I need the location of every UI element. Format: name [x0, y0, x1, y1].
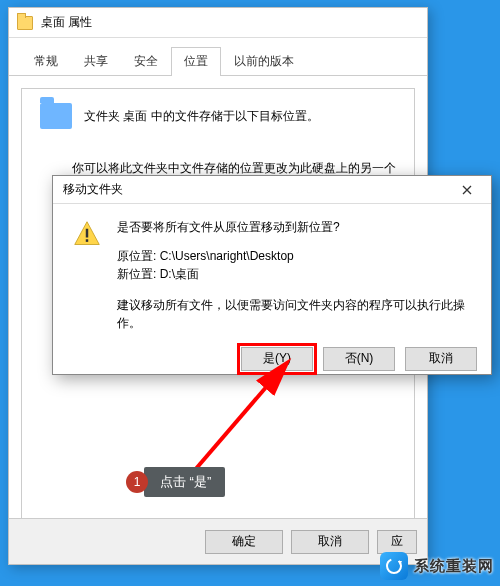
warning-icon [73, 220, 101, 248]
watermark-text: 系统重装网 [414, 557, 494, 576]
old-location: 原位置: C:\Users\naright\Desktop [117, 247, 471, 266]
folder-icon [17, 16, 33, 30]
tabs: 常规 共享 安全 位置 以前的版本 [9, 38, 427, 76]
watermark-logo-icon [380, 552, 408, 580]
dialog-advice: 建议移动所有文件，以便需要访问文件夹内容的程序可以执行此操作。 [117, 296, 471, 333]
move-folder-dialog: 移动文件夹 是否要将所有文件从原位置移动到新位置? 原位置: C:\Users\… [52, 175, 492, 375]
tab-location[interactable]: 位置 [171, 47, 221, 76]
folder-large-icon [40, 103, 72, 129]
properties-titlebar: 桌面 属性 [9, 8, 427, 38]
tab-general[interactable]: 常规 [21, 47, 71, 76]
annotation-number: 1 [126, 471, 148, 493]
ok-button[interactable]: 确定 [205, 530, 283, 554]
dialog-text: 是否要将所有文件从原位置移动到新位置? 原位置: C:\Users\narigh… [117, 218, 471, 333]
annotation-bubble: 1 点击 “是” [126, 467, 225, 497]
yes-button[interactable]: 是(Y) [241, 347, 313, 371]
properties-buttons: 确定 取消 应 [9, 518, 427, 564]
no-button[interactable]: 否(N) [323, 347, 395, 371]
svg-rect-1 [86, 229, 88, 238]
tab-security[interactable]: 安全 [121, 47, 171, 76]
window-title: 桌面 属性 [41, 14, 92, 31]
annotation-text: 点击 “是” [144, 467, 225, 497]
tab-previous[interactable]: 以前的版本 [221, 47, 307, 76]
dialog-buttons: 是(Y) 否(N) 取消 [53, 341, 491, 383]
dialog-question: 是否要将所有文件从原位置移动到新位置? [117, 218, 471, 237]
new-location: 新位置: D:\桌面 [117, 265, 471, 284]
tab-share[interactable]: 共享 [71, 47, 121, 76]
location-desc-1: 文件夹 桌面 中的文件存储于以下目标位置。 [84, 108, 319, 125]
apply-button[interactable]: 应 [377, 530, 417, 554]
dialog-cancel-button[interactable]: 取消 [405, 347, 477, 371]
cancel-button[interactable]: 取消 [291, 530, 369, 554]
svg-rect-2 [86, 239, 88, 242]
dialog-titlebar: 移动文件夹 [53, 176, 491, 204]
dialog-title: 移动文件夹 [63, 181, 123, 198]
close-icon [462, 185, 472, 195]
close-button[interactable] [449, 179, 485, 201]
watermark: 系统重装网 [380, 552, 494, 580]
